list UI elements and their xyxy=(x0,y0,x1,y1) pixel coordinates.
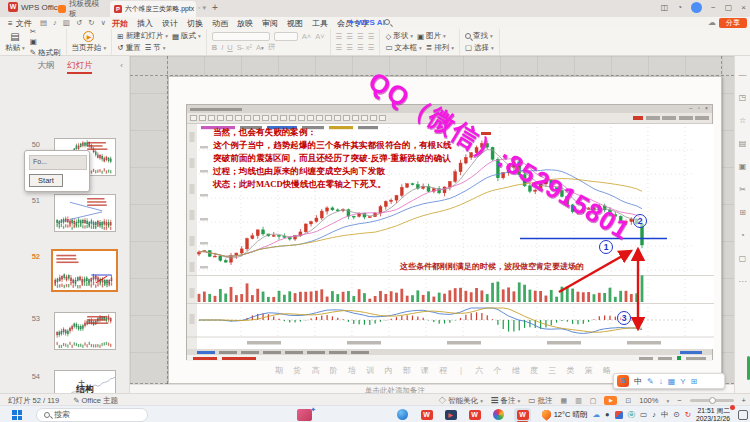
floating-recorder-widget[interactable]: Fo... Start xyxy=(24,150,90,192)
font-size-select[interactable] xyxy=(274,32,298,41)
numbered-list-icon[interactable]: ☰ xyxy=(346,32,353,41)
wps-ai-button[interactable]: ✦ WPS AI xyxy=(348,18,385,27)
taskbar-search[interactable]: 搜索 xyxy=(36,408,148,422)
copy-button[interactable]: ▣ xyxy=(30,37,61,46)
layout-button[interactable]: ▦版式▾ xyxy=(172,31,201,41)
cloud-sync-icon[interactable]: ☁ xyxy=(708,18,716,27)
ime-skin-icon[interactable]: Y xyxy=(680,377,685,386)
network-tray-icon[interactable]: ⊙ xyxy=(673,410,679,419)
sound-tray-icon[interactable]: ♪ xyxy=(652,410,656,419)
more-tools-icon[interactable]: ⋯ xyxy=(735,277,750,286)
share-button[interactable]: 分享 xyxy=(719,18,747,29)
zoom-slider-thumb[interactable] xyxy=(709,397,716,404)
increase-font-icon[interactable]: A˄ xyxy=(302,32,311,41)
select-button[interactable]: ▢选择▾ xyxy=(465,43,494,53)
indent-decrease-icon[interactable]: ☰ xyxy=(357,32,364,41)
chart-panel-icon[interactable]: ⊞ xyxy=(735,208,750,217)
ime-grid-icon[interactable]: ⊞ xyxy=(691,377,698,386)
wps-app-icon[interactable]: W xyxy=(466,408,483,422)
media-app-icon[interactable]: ▶ xyxy=(442,408,459,422)
picture-button[interactable]: ▣图片▾ xyxy=(417,31,446,41)
new-tab-button[interactable]: + xyxy=(212,2,218,13)
favorites-icon[interactable]: ☆ xyxy=(735,116,750,125)
weather-widget[interactable]: 12°C 晴朗 xyxy=(542,410,588,420)
skin-icon[interactable]: ◔ xyxy=(677,3,682,12)
document-tab[interactable]: P 六个维度三类策略.pptx xyxy=(110,1,196,17)
properties-icon[interactable]: ◳ xyxy=(735,93,750,102)
minimize-button[interactable]: − xyxy=(711,3,716,12)
collapse-panel-icon[interactable]: ‹ xyxy=(120,61,123,70)
photos-app-icon[interactable] xyxy=(490,408,507,422)
ime-mode-tray-icon[interactable]: 中 xyxy=(661,410,669,420)
align-right-icon[interactable]: ☰ xyxy=(357,43,364,52)
align-center-icon[interactable]: ☰ xyxy=(346,43,353,52)
home-template-tab[interactable]: 找板视模板 xyxy=(54,1,106,16)
drag-handle-icon[interactable]: — xyxy=(735,70,750,79)
screenshot-tray-icon[interactable] xyxy=(615,411,623,419)
sorter-view-icon[interactable]: ▥ xyxy=(575,397,582,405)
play-from-current-button[interactable]: ▶ 当页开始▾ xyxy=(72,31,107,53)
clipboard-panel-icon[interactable]: ▤ xyxy=(735,139,750,148)
shape-panel-icon[interactable]: ▢ xyxy=(735,254,750,263)
notes-button[interactable]: ☰ 备注 ▾ xyxy=(491,396,520,406)
cloud-tray-icon[interactable]: ☁ xyxy=(593,410,601,419)
ime-mic-icon[interactable]: ↓ xyxy=(659,377,663,386)
bullet-list-icon[interactable]: ☰ xyxy=(336,32,343,41)
normal-view-icon[interactable]: ▦ xyxy=(561,397,568,405)
start-menu-button[interactable] xyxy=(12,410,22,420)
highlight-icon[interactable]: 拼 xyxy=(268,42,276,52)
mic-tray-icon[interactable]: ● xyxy=(605,410,610,419)
battery-tray-icon[interactable]: ▭ xyxy=(640,410,647,419)
reading-view-icon[interactable]: ▢ xyxy=(590,397,597,405)
italic-button[interactable]: I xyxy=(221,43,223,52)
add-slide-button[interactable]: + xyxy=(78,376,85,390)
tab-slides[interactable]: 幻灯片 xyxy=(67,60,93,74)
close-button[interactable]: × xyxy=(741,3,746,12)
paste-button[interactable]: ▤ 粘贴▾ xyxy=(5,32,25,53)
more-icon[interactable]: ∨ xyxy=(101,18,107,27)
zoom-out-button[interactable]: − xyxy=(677,396,681,405)
comments-button[interactable]: ▭ 批注 xyxy=(528,396,552,406)
crop-icon[interactable]: ✂ xyxy=(735,185,750,194)
widget-field[interactable]: Fo... xyxy=(29,155,87,170)
widgets-icon[interactable] xyxy=(297,409,312,421)
new-slide-button[interactable]: ⊞新建幻灯片▾ xyxy=(117,31,168,41)
reset-button[interactable]: ↺重置 xyxy=(117,43,140,53)
tab-pin-icon[interactable]: ◦ ▾ xyxy=(198,4,206,12)
section-button[interactable]: ☰节▾ xyxy=(145,43,166,53)
image-panel-icon[interactable]: ▣ xyxy=(735,162,750,171)
maximize-button[interactable]: ▢ xyxy=(725,3,733,12)
undo-icon[interactable]: ↺ xyxy=(76,18,82,27)
ime-toolbar[interactable]: S 中 ✎ ↓ ▦ Y ⊞ xyxy=(613,373,725,389)
user-avatar[interactable] xyxy=(691,2,702,13)
file-menu[interactable]: ≡ 文件 xyxy=(8,18,32,29)
search-icon[interactable] xyxy=(384,19,390,25)
wps-app-icon-active[interactable]: W xyxy=(514,408,531,422)
sogou-logo-icon[interactable]: S xyxy=(617,375,629,387)
wps-app-icon[interactable]: W xyxy=(418,408,435,422)
arrange-button[interactable]: ≣排列▾ xyxy=(426,43,454,53)
print-icon[interactable]: ▥ xyxy=(63,18,70,27)
zoom-level[interactable]: 100% xyxy=(639,396,658,405)
layout-panel-icon[interactable]: ◫ xyxy=(661,3,669,12)
indent-increase-icon[interactable]: ☰ xyxy=(368,32,375,41)
font-family-select[interactable] xyxy=(212,32,270,41)
zoom-slider[interactable] xyxy=(690,399,734,402)
strikethrough-icon[interactable]: S̶ xyxy=(237,43,242,52)
beautify-button[interactable]: ◇ 智能美化 ▾ xyxy=(438,396,482,406)
line-spacing-icon[interactable]: ☰ xyxy=(368,43,375,52)
browser-app-icon[interactable] xyxy=(394,408,411,422)
slide-thumbnail-51[interactable] xyxy=(54,194,116,232)
taskbar-clock[interactable]: 21:51 周二 2023/12/26 xyxy=(696,407,733,422)
editing-canvas[interactable]: ─ ▫ × 当然，也会有失败的案例： 这个例子当中，趋势起爆的三个条件其实都很符… xyxy=(130,56,734,384)
help-icon[interactable]: ◔ xyxy=(735,231,750,240)
ime-keyboard-icon[interactable]: ▦ xyxy=(668,377,676,386)
shapes-button[interactable]: ◇形状▾ xyxy=(385,31,413,41)
find-button[interactable]: 查找▾ xyxy=(465,31,494,41)
align-left-icon[interactable]: ☰ xyxy=(336,43,343,52)
fit-window-icon[interactable]: ⊡ xyxy=(625,397,631,405)
slideshow-play-button[interactable]: ▶ xyxy=(604,396,617,405)
zoom-in-button[interactable]: + xyxy=(742,396,746,405)
browser-tray-icon[interactable]: ⓔ xyxy=(628,410,636,420)
slide-thumbnail-52-selected[interactable] xyxy=(51,249,118,292)
